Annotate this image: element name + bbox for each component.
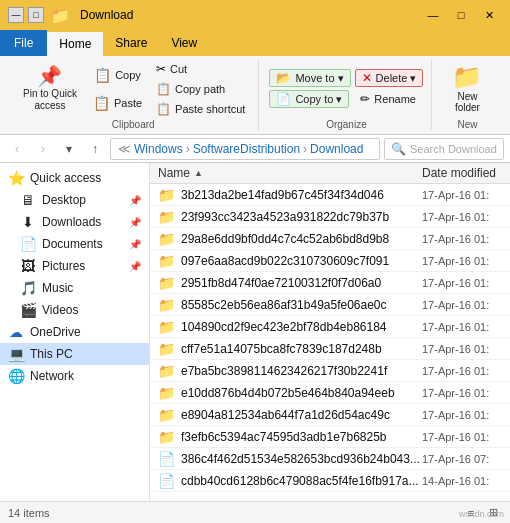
move-to-button[interactable]: 📂 Move to ▾ <box>269 69 350 87</box>
path-arrow-2: › <box>303 142 307 156</box>
documents-icon: 📄 <box>20 236 36 252</box>
file-row[interactable]: 📁 e7ba5bc3898114623426217f30b2241f 17-Ap… <box>150 360 510 382</box>
pin-to-quick-access-button[interactable]: 📌 Pin to Quickaccess <box>16 61 84 117</box>
paste-label: Paste <box>114 97 142 109</box>
search-icon: 🔍 <box>391 142 406 156</box>
search-placeholder: Search Download <box>410 143 497 155</box>
paste-icon: 📋 <box>93 96 110 110</box>
file-row[interactable]: 📁 3b213da2be14fad9b67c45f34f34d046 17-Ap… <box>150 184 510 206</box>
sidebar-item-desktop[interactable]: 🖥 Desktop 📌 <box>0 189 149 211</box>
file-row[interactable]: 📁 e8904a812534ab644f7a1d26d54ac49c 17-Ap… <box>150 404 510 426</box>
window-buttons[interactable]: — □ <box>8 7 44 23</box>
ribbon-tabs: File Home Share View <box>0 30 510 56</box>
maximize-btn[interactable]: □ <box>448 5 474 25</box>
file-name: 23f993cc3423a4523a931822dc79b37b <box>181 210 422 224</box>
address-path[interactable]: ≪ Windows › SoftwareDistribution › Downl… <box>110 138 380 160</box>
file-row[interactable]: 📁 097e6aa8acd9b022c310730609c7f091 17-Ap… <box>150 250 510 272</box>
column-date[interactable]: Date modified <box>422 166 502 180</box>
sidebar-item-music[interactable]: 🎵 Music <box>0 277 149 299</box>
sidebar-item-videos[interactable]: 🎬 Videos <box>0 299 149 321</box>
title-controls[interactable]: — □ ✕ <box>420 5 502 25</box>
pin-indicator: 📌 <box>129 195 141 206</box>
tab-home[interactable]: Home <box>47 30 103 56</box>
delete-icon: ✕ <box>362 71 372 85</box>
organize-row2: 📄 Copy to ▾ ✏ Rename <box>269 90 423 108</box>
new-label: New <box>457 119 477 130</box>
file-row[interactable]: 📄 386c4f462d51534e582653bcd936b24b043...… <box>150 448 510 470</box>
file-row[interactable]: 📁 85585c2eb56ea86af31b49a5fe06ae0c 17-Ap… <box>150 294 510 316</box>
copy-paste-group: 📋 Copy 📋 Paste <box>86 61 149 117</box>
search-box[interactable]: 🔍 Search Download <box>384 138 504 160</box>
copy-path-button[interactable]: 📋 Copy path <box>151 80 250 98</box>
sidebar-item-quick-access[interactable]: ⭐ Quick access <box>0 167 149 189</box>
sidebar-item-network[interactable]: 🌐 Network <box>0 365 149 387</box>
pin-indicator-4: 📌 <box>129 261 141 272</box>
tab-share[interactable]: Share <box>103 30 159 56</box>
cut-button[interactable]: ✂ Cut <box>151 60 250 78</box>
file-name: e8904a812534ab644f7a1d26d54ac49c <box>181 408 422 422</box>
delete-button[interactable]: ✕ Delete ▾ <box>355 69 424 87</box>
organize-items: 📂 Move to ▾ ✕ Delete ▾ 📄 Copy to ▾ <box>269 60 423 117</box>
up-button[interactable]: ↑ <box>84 138 106 160</box>
sidebar-item-onedrive[interactable]: ☁ OneDrive <box>0 321 149 343</box>
title-bar: — □ 📁 Download — □ ✕ <box>0 0 510 30</box>
path-separator-1: ≪ <box>118 142 131 156</box>
pin-indicator-2: 📌 <box>129 217 141 228</box>
path-download[interactable]: Download <box>310 142 363 156</box>
tab-view[interactable]: View <box>159 30 209 56</box>
file-row[interactable]: 📁 29a8e6dd9bf0dd4c7c4c52ab6bd8d9b8 17-Ap… <box>150 228 510 250</box>
rename-button[interactable]: ✏ Rename <box>353 90 423 108</box>
file-date: 17-Apr-16 01: <box>422 387 502 399</box>
sidebar-label-desktop: Desktop <box>42 193 86 207</box>
copy-button[interactable]: 📋 Copy <box>86 62 149 88</box>
column-name[interactable]: Name ▲ <box>158 166 422 180</box>
file-icon: 📄 <box>158 451 175 467</box>
path-windows[interactable]: Windows <box>134 142 183 156</box>
paste-button[interactable]: 📋 Paste <box>86 90 149 116</box>
sidebar-item-downloads[interactable]: ⬇ Downloads 📌 <box>0 211 149 233</box>
file-row[interactable]: 📄 cdbb40cd6128b6c479088ac5f4fe16fb917a..… <box>150 470 510 492</box>
back-button[interactable]: ‹ <box>6 138 28 160</box>
sidebar-item-documents[interactable]: 📄 Documents 📌 <box>0 233 149 255</box>
pictures-icon: 🖼 <box>20 258 36 274</box>
file-row[interactable]: 📁 23f993cc3423a4523a931822dc79b37b 17-Ap… <box>150 206 510 228</box>
minimize-btn[interactable]: — <box>420 5 446 25</box>
file-name: cff7e51a14075bca8fc7839c187d248b <box>181 342 422 356</box>
file-date: 17-Apr-16 07: <box>422 453 502 465</box>
file-row[interactable]: 📁 e10dd876b4d4b072b5e464b840a94eeb 17-Ap… <box>150 382 510 404</box>
sidebar-item-pictures[interactable]: 🖼 Pictures 📌 <box>0 255 149 277</box>
file-icon: 📁 <box>158 363 175 379</box>
file-row[interactable]: 📁 104890cd2f9ec423e2bf78db4eb86184 17-Ap… <box>150 316 510 338</box>
minimize-small-btn[interactable]: — <box>8 7 24 23</box>
paste-shortcut-button[interactable]: 📋 Paste shortcut <box>151 100 250 118</box>
file-row[interactable]: 📁 2951fb8d474f0ae72100312f0f7d06a0 17-Ap… <box>150 272 510 294</box>
file-name: cdbb40cd6128b6c479088ac5f4fe16fb917a... <box>181 474 422 488</box>
forward-button[interactable]: › <box>32 138 54 160</box>
organize-row1: 📂 Move to ▾ ✕ Delete ▾ <box>269 69 423 87</box>
new-group: 📁 Newfolder New <box>434 60 500 130</box>
file-date: 17-Apr-16 01: <box>422 211 502 223</box>
file-date: 17-Apr-16 01: <box>422 189 502 201</box>
recent-locations-button[interactable]: ▾ <box>58 138 80 160</box>
rename-icon: ✏ <box>360 92 370 106</box>
new-folder-area: 📁 Newfolder <box>442 61 492 117</box>
file-date: 17-Apr-16 01: <box>422 299 502 311</box>
organize-label: Organize <box>326 119 367 130</box>
status-text: 14 items <box>8 507 50 519</box>
sidebar-label-pictures: Pictures <box>42 259 85 273</box>
copy-to-button[interactable]: 📄 Copy to ▾ <box>269 90 349 108</box>
sidebar-label-music: Music <box>42 281 73 295</box>
path-softwaredistribution[interactable]: SoftwareDistribution <box>193 142 300 156</box>
file-icon: 📁 <box>158 341 175 357</box>
sidebar-item-this-pc[interactable]: 💻 This PC <box>0 343 149 365</box>
tab-file[interactable]: File <box>0 30 47 56</box>
file-icon: 📁 <box>158 187 175 203</box>
close-btn[interactable]: ✕ <box>476 5 502 25</box>
new-folder-button[interactable]: 📁 Newfolder <box>442 61 492 117</box>
restore-small-btn[interactable]: □ <box>28 7 44 23</box>
file-name: e10dd876b4d4b072b5e464b840a94eeb <box>181 386 422 400</box>
pin-icon: 📌 <box>37 66 62 86</box>
file-row[interactable]: 📁 f3efb6c5394ac74595d3adb1e7b6825b 17-Ap… <box>150 426 510 448</box>
file-row[interactable]: 📁 cff7e51a14075bca8fc7839c187d248b 17-Ap… <box>150 338 510 360</box>
videos-icon: 🎬 <box>20 302 36 318</box>
